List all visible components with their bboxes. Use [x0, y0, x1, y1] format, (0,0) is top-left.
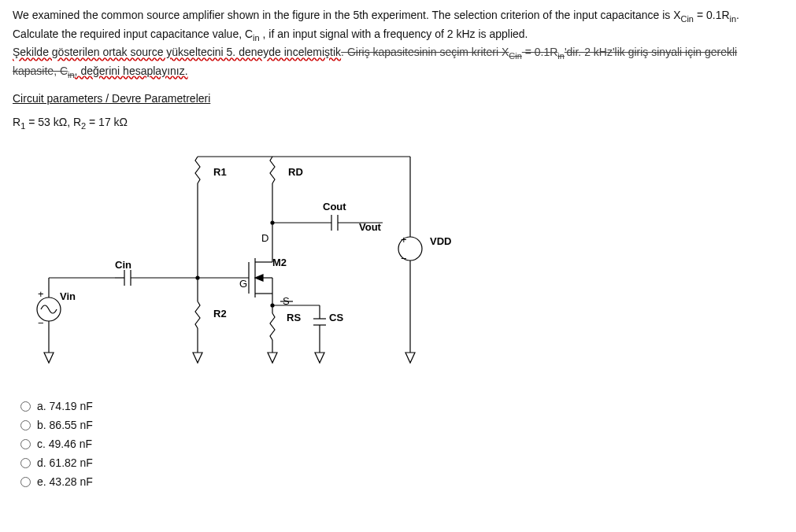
svg-marker-37 — [405, 353, 415, 363]
circuit-diagram: + − Vin Cin R1 R2 G — [20, 152, 524, 380]
svg-marker-6 — [44, 353, 54, 363]
line1b: = 0.1R — [694, 9, 730, 21]
radio-icon[interactable] — [20, 439, 31, 449]
option-e-label: e. 43.28 nF — [37, 475, 93, 488]
option-d-label: d. 61.82 nF — [37, 456, 93, 469]
problem-statement: We examined the common source amplifier … — [13, 8, 783, 81]
line2a: Calculate the required input capacitance… — [13, 28, 253, 40]
svg-text:+: + — [401, 234, 407, 246]
option-d[interactable]: d. 61.82 nF — [20, 456, 783, 469]
vdd-label: VDD — [430, 235, 451, 247]
tr1c: = 0.1R — [522, 46, 558, 58]
circuit-params: Circuit parameters / Devre Parametreleri… — [13, 92, 783, 131]
svg-marker-47 — [315, 353, 324, 363]
svg-text:−: − — [38, 317, 44, 329]
line1c: . — [736, 9, 739, 21]
tr1-sub: Cin — [509, 51, 522, 61]
vout-label: Vout — [359, 221, 382, 233]
rv-c: = 17 kΩ — [86, 116, 128, 128]
line2-sub: in — [253, 32, 260, 42]
r2-label: R2 — [213, 308, 227, 320]
option-a[interactable]: a. 74.19 nF — [20, 400, 783, 412]
tr2a: kapasite, C — [13, 65, 68, 77]
option-e[interactable]: e. 43.28 nF — [20, 475, 783, 488]
svg-point-49 — [271, 221, 274, 224]
tr2b: , değerini hesaplayınız. — [75, 65, 188, 77]
answer-options: a. 74.19 nF b. 86.55 nF c. 49.46 nF d. 6… — [20, 400, 783, 488]
line1-sub2: in — [730, 14, 737, 24]
option-c-label: c. 49.46 nF — [37, 438, 92, 450]
d-label: D — [261, 232, 268, 244]
option-a-label: a. 74.19 nF — [37, 400, 93, 412]
radio-icon[interactable] — [20, 458, 31, 468]
tr1d: 'dir. 2 kHz'lik giriş sinyali için gerek… — [565, 46, 737, 58]
svg-point-48 — [196, 276, 199, 279]
rd-label: RD — [288, 166, 303, 178]
cin-label: Cin — [115, 259, 131, 271]
cout-label: Cout — [323, 201, 346, 212]
rs-label: RS — [287, 312, 301, 323]
radio-icon[interactable] — [20, 420, 31, 430]
svg-marker-16 — [193, 353, 202, 363]
vin-label: Vin — [60, 290, 76, 302]
svg-point-50 — [271, 304, 274, 307]
svg-marker-23 — [255, 275, 263, 281]
m2-label: M2 — [272, 257, 287, 268]
rv-b: = 53 kΩ, R — [25, 116, 81, 128]
g-label: G — [239, 278, 247, 290]
r1-label: R1 — [213, 166, 227, 178]
tr1a: Şekilde gösterilen ortak source yükselte… — [13, 46, 341, 58]
tr2-sub: in — [68, 70, 75, 79]
svg-text:+: + — [38, 288, 44, 300]
circuit-params-heading: Circuit parameters / Devre Parametreleri — [13, 92, 210, 105]
cs-label: CS — [329, 312, 343, 323]
svg-text:−: − — [401, 253, 407, 264]
line2b: , if an input signal with a frequency of… — [260, 28, 528, 40]
option-c[interactable]: c. 49.46 nF — [20, 438, 783, 450]
tr1b: . Giriş kapasitesinin seçim kriteri X — [341, 46, 509, 58]
line1-sub: Cin — [680, 14, 694, 24]
radio-icon[interactable] — [20, 401, 31, 412]
rv-a: R — [13, 116, 20, 128]
tr1-sub2: in — [557, 51, 565, 61]
option-b-label: b. 86.55 nF — [37, 419, 93, 431]
radio-icon[interactable] — [20, 477, 31, 487]
svg-marker-42 — [268, 353, 277, 363]
option-b[interactable]: b. 86.55 nF — [20, 419, 783, 431]
line1a: We examined the common source amplifier … — [13, 9, 680, 21]
